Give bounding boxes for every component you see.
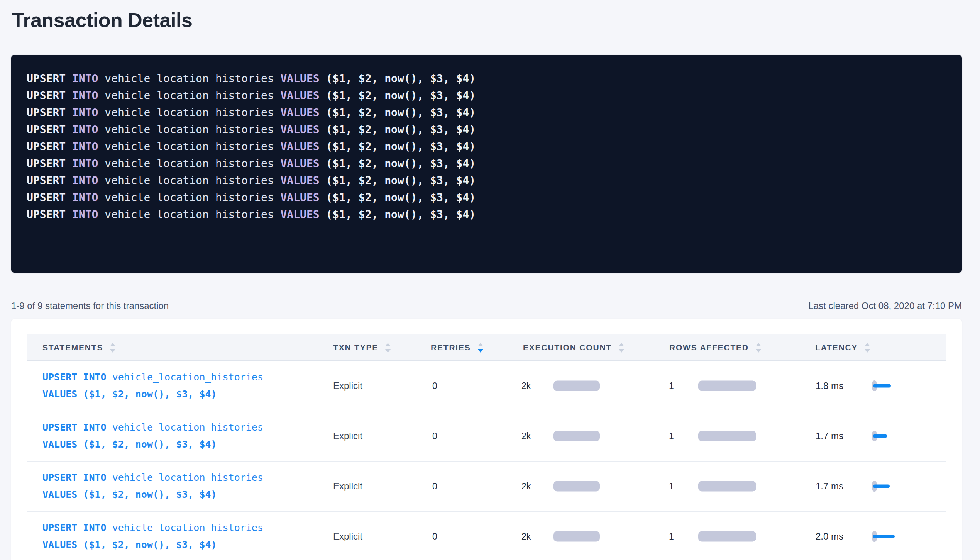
rows-affected-bar [698, 381, 756, 391]
sql-statement-line: UPSERT INTO vehicle_location_histories V… [27, 206, 946, 223]
sort-arrows-icon [865, 343, 870, 353]
column-header-retries[interactable]: RETRIES [431, 334, 483, 361]
latency-value: 1.8 ms [816, 380, 843, 391]
sql-statement-line: UPSERT INTO vehicle_location_histories V… [27, 70, 946, 87]
sql-token: vehicle_location_histories [112, 472, 263, 483]
execution-count-value: 2k [521, 531, 531, 542]
sql-token: vehicle_location_histories [105, 174, 274, 187]
sql-token: vehicle_location_histories [105, 208, 274, 221]
last-cleared-text: Last cleared Oct 08, 2020 at 7:10 PM [808, 300, 962, 311]
sql-statement-line: UPSERT INTO vehicle_location_histories V… [27, 121, 946, 138]
sql-token: INTO [72, 208, 98, 221]
statements-table-card: STATEMENTS TXN TYPE RETRIES EXECUTION CO… [11, 319, 962, 560]
sort-arrows-icon [110, 343, 115, 353]
rows-affected-bar [698, 481, 756, 492]
statements-table-body: UPSERT INTO vehicle_location_histories V… [27, 361, 946, 560]
sql-token: ($1, $2, now(), $3, $4) [326, 140, 476, 153]
sql-token: VALUES [42, 489, 83, 500]
sql-token: UPSERT INTO [42, 372, 112, 383]
latency-value: 2.0 ms [816, 531, 843, 542]
sql-token: VALUES [280, 191, 319, 204]
column-header-statements[interactable]: STATEMENTS [42, 334, 115, 361]
latency-chart [872, 481, 903, 492]
sql-token: ($1, $2, now(), $3, $4) [326, 208, 476, 221]
column-header-rows-affected[interactable]: ROWS AFFECTED [669, 334, 761, 361]
table-row: UPSERT INTO vehicle_location_histories V… [27, 512, 946, 560]
sql-token: VALUES [280, 89, 319, 102]
latency-bar [873, 485, 890, 488]
statement-link[interactable]: UPSERT INTO vehicle_location_histories V… [42, 469, 263, 503]
rows-affected-bar [698, 531, 756, 542]
sql-token: vehicle_location_histories [105, 89, 274, 102]
sql-token: vehicle_location_histories [105, 140, 274, 153]
sql-token: VALUES [280, 174, 319, 187]
sql-token: vehicle_location_histories [105, 157, 274, 170]
sql-token: UPSERT [27, 191, 66, 204]
sql-token: VALUES [280, 208, 319, 221]
sql-token: VALUES [42, 389, 83, 400]
transaction-details-page: Transaction Details UPSERT INTO vehicle_… [0, 0, 980, 560]
sql-statements-box: UPSERT INTO vehicle_location_histories V… [11, 55, 962, 273]
sql-token: INTO [72, 89, 98, 102]
execution-count-value: 2k [521, 481, 531, 492]
sql-token: ($1, $2, now(), $3, $4) [326, 72, 476, 85]
txn-type-cell: Explicit [333, 481, 362, 492]
sql-token: INTO [72, 106, 98, 119]
sql-token: UPSERT INTO [42, 472, 112, 483]
sql-token: UPSERT INTO [42, 422, 112, 433]
rows-affected-value: 1 [669, 431, 674, 441]
page-title: Transaction Details [12, 8, 192, 32]
statement-link[interactable]: UPSERT INTO vehicle_location_histories V… [42, 419, 263, 453]
sql-statement-line: UPSERT INTO vehicle_location_histories V… [27, 87, 946, 104]
latency-bar [873, 434, 887, 438]
sql-statement-line: UPSERT INTO vehicle_location_histories V… [27, 104, 946, 121]
sql-token: UPSERT [27, 123, 66, 136]
sql-token: ($1, $2, now(), $3, $4) [83, 439, 217, 450]
sql-token: VALUES [280, 157, 319, 170]
sql-statement-line: UPSERT INTO vehicle_location_histories V… [27, 155, 946, 172]
txn-type-cell: Explicit [333, 431, 362, 441]
retries-cell: 0 [432, 431, 437, 441]
sort-arrows-icon [478, 343, 483, 353]
execution-count-bar [553, 431, 600, 441]
execution-count-value: 2k [521, 431, 531, 441]
txn-type-cell: Explicit [333, 531, 362, 542]
sql-token: UPSERT [27, 89, 66, 102]
retries-cell: 0 [432, 481, 437, 492]
latency-bar [873, 384, 891, 388]
sql-token: VALUES [280, 140, 319, 153]
statement-line-2: VALUES ($1, $2, now(), $3, $4) [42, 386, 263, 403]
sort-arrows-icon [756, 343, 761, 353]
execution-count-bar [553, 531, 600, 542]
statement-link[interactable]: UPSERT INTO vehicle_location_histories V… [42, 519, 263, 553]
sql-statement-line: UPSERT INTO vehicle_location_histories V… [27, 172, 946, 189]
sql-token: vehicle_location_histories [105, 191, 274, 204]
sql-token: INTO [72, 174, 98, 187]
sql-statement-line: UPSERT INTO vehicle_location_histories V… [27, 138, 946, 155]
statement-link[interactable]: UPSERT INTO vehicle_location_histories V… [42, 369, 263, 403]
sql-token: vehicle_location_histories [105, 123, 274, 136]
sql-token: UPSERT [27, 174, 66, 187]
sql-token: INTO [72, 123, 98, 136]
execution-count-value: 2k [521, 381, 531, 391]
statement-line-1: UPSERT INTO vehicle_location_histories [42, 419, 263, 436]
sql-token: ($1, $2, now(), $3, $4) [83, 389, 217, 400]
column-header-execution-count[interactable]: EXECUTION COUNT [523, 334, 624, 361]
sql-token: vehicle_location_histories [112, 422, 263, 433]
column-header-txn-type[interactable]: TXN TYPE [333, 334, 391, 361]
table-row: UPSERT INTO vehicle_location_histories V… [27, 411, 946, 462]
sql-token: ($1, $2, now(), $3, $4) [326, 191, 476, 204]
latency-value: 1.7 ms [816, 431, 843, 441]
sql-token: vehicle_location_histories [112, 372, 263, 383]
retries-cell: 0 [432, 381, 437, 391]
rows-affected-value: 1 [669, 531, 674, 542]
statement-line-2: VALUES ($1, $2, now(), $3, $4) [42, 486, 263, 503]
statement-line-1: UPSERT INTO vehicle_location_histories [42, 369, 263, 386]
sql-token: INTO [72, 191, 98, 204]
sql-token: VALUES [280, 72, 319, 85]
sql-token: INTO [72, 72, 98, 85]
execution-count-bar [553, 381, 600, 391]
rows-affected-value: 1 [669, 481, 674, 492]
sql-token: VALUES [42, 439, 83, 450]
column-header-latency[interactable]: LATENCY [815, 334, 870, 361]
